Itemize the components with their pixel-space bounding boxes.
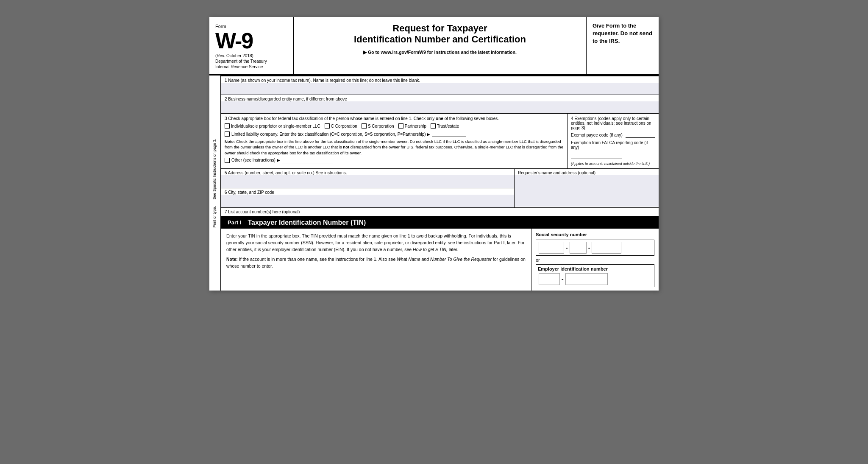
ein-label: Employer identification number: [538, 266, 652, 271]
row5-label: 5 Address (number, street, and apt. or s…: [221, 169, 514, 175]
part1-body: Enter your TIN in the appropriate box. T…: [221, 229, 659, 291]
ssn-field-1[interactable]: [539, 242, 564, 254]
part1-header: Part I Taxpayer Identification Number (T…: [221, 216, 659, 229]
row7-label: 7 List account number(s) here (optional): [221, 208, 659, 216]
llc-row: Limited liability company. Enter the tax…: [225, 131, 564, 137]
requester-section: Requester's name and address (optional): [515, 169, 659, 207]
exemptions-title: 4 Exemptions (codes apply only to certai…: [571, 116, 655, 130]
ein-field-2[interactable]: [565, 273, 608, 285]
row5-input[interactable]: [221, 175, 514, 188]
exempt-payee-row: Exempt payee code (if any): [571, 132, 655, 138]
form-title: Request for Taxpayer Identification Numb…: [303, 23, 577, 45]
checkbox-s-corp: S Corporation: [362, 123, 394, 129]
part1-title: Taxpayer Identification Number (TIN): [248, 219, 366, 226]
other-row: Other (see instructions) ▶: [225, 157, 564, 163]
checkbox-c-corp: C Corporation: [325, 123, 357, 129]
row3-right-exemptions: 4 Exemptions (codes apply only to certai…: [568, 114, 659, 168]
checkbox-c-corp-box[interactable]: [325, 123, 330, 129]
form-title-section: Request for Taxpayer Identification Numb…: [294, 17, 587, 74]
exempt-payee-input[interactable]: [626, 132, 655, 138]
form-revision: (Rev. October 2018): [215, 53, 287, 58]
fatca-input[interactable]: [571, 153, 622, 159]
checkbox-partnership: Partnership: [398, 123, 426, 129]
ein-dash: -: [561, 276, 565, 282]
form-subtitle: ▶ Go to www.irs.gov/FormW9 for instructi…: [303, 50, 577, 55]
ein-box: Employer identification number -: [536, 264, 654, 287]
form-dept1: Department of the Treasury: [215, 59, 287, 64]
checkbox-individual: Individual/sole proprietor or single-mem…: [225, 123, 320, 129]
llc-classification-input[interactable]: [432, 131, 466, 137]
ssn-dash-1: -: [565, 244, 569, 251]
sidebar-text: Print or type. See Specific Instructions…: [212, 139, 217, 228]
ssn-field-2[interactable]: [570, 242, 587, 254]
other-input[interactable]: [282, 157, 333, 163]
tax-classification-checkboxes: Individual/sole proprietor or single-mem…: [225, 123, 564, 129]
exempt-payee-label: Exempt payee code (if any): [571, 133, 623, 137]
checkbox-individual-box[interactable]: [225, 123, 230, 129]
form-body-wrapper: Print or type. See Specific Instructions…: [209, 75, 659, 291]
form-header: Form W-9 (Rev. October 2018) Department …: [209, 17, 659, 75]
form-instructions: Give Form to the requester. Do not send …: [587, 17, 659, 74]
row3-title: 3 Check appropriate box for federal tax …: [225, 116, 564, 121]
row6-input[interactable]: [221, 195, 514, 207]
checkbox-other-box[interactable]: [225, 158, 230, 163]
row3-left: 3 Check appropriate box for federal tax …: [221, 114, 568, 168]
row-2: 2 Business name/disregarded entity name,…: [221, 95, 659, 114]
row6-section: 6 City, state, and ZIP code: [221, 188, 514, 207]
row-7: 7 List account number(s) here (optional): [221, 208, 659, 216]
row2-input[interactable]: [221, 101, 659, 113]
or-text: or: [536, 257, 654, 263]
ein-field-1[interactable]: [539, 273, 560, 285]
ssn-dash-2: -: [587, 244, 591, 251]
fatca-row: Exemption from FATCA reporting code (if …: [571, 140, 655, 159]
checkbox-trust: Trust/estate: [431, 123, 459, 129]
checkbox-s-corp-box[interactable]: [362, 123, 367, 129]
form-dept2: Internal Revenue Service: [215, 64, 287, 69]
row5-section: 5 Address (number, street, and apt. or s…: [221, 169, 515, 207]
ein-fields: -: [538, 273, 652, 285]
row-3-container: 3 Check appropriate box for federal tax …: [221, 114, 659, 169]
row6-label: 6 City, state, and ZIP code: [221, 188, 514, 195]
row-56-container: 5 Address (number, street, and apt. or s…: [221, 169, 659, 208]
w9-form: Form W-9 (Rev. October 2018) Department …: [209, 17, 659, 291]
form-main: 1 Name (as shown on your income tax retu…: [221, 75, 659, 291]
ssn-box: - -: [536, 240, 654, 256]
requester-input[interactable]: [515, 175, 659, 207]
row1-input[interactable]: [221, 83, 659, 95]
checkbox-trust-box[interactable]: [431, 123, 436, 129]
form-sidebar: Print or type. See Specific Instructions…: [209, 75, 221, 291]
part1-tin-section: Social security number - - or Employer i…: [531, 229, 659, 291]
row2-label: 2 Business name/disregarded entity name,…: [221, 95, 659, 101]
part1-label: Part I: [225, 218, 244, 226]
checkbox-partnership-box[interactable]: [398, 123, 403, 129]
fatca-label: Exemption from FATCA reporting code (if …: [571, 140, 655, 150]
requester-label: Requester's name and address (optional): [515, 169, 659, 175]
llc-note: Note: Check the appropriate box in the l…: [225, 139, 564, 156]
row1-label: 1 Name (as shown on your income tax retu…: [221, 76, 659, 83]
ssn-label: Social security number: [536, 232, 654, 237]
checkbox-llc-box[interactable]: [225, 131, 230, 137]
row-1: 1 Name (as shown on your income tax retu…: [221, 76, 659, 95]
form-id-section: Form W-9 (Rev. October 2018) Department …: [209, 17, 294, 74]
applies-note: (Applies to accounts maintained outside …: [571, 162, 655, 166]
form-number: W-9: [215, 30, 287, 52]
ssn-field-3[interactable]: [592, 242, 621, 254]
part1-instructions: Enter your TIN in the appropriate box. T…: [221, 229, 531, 291]
